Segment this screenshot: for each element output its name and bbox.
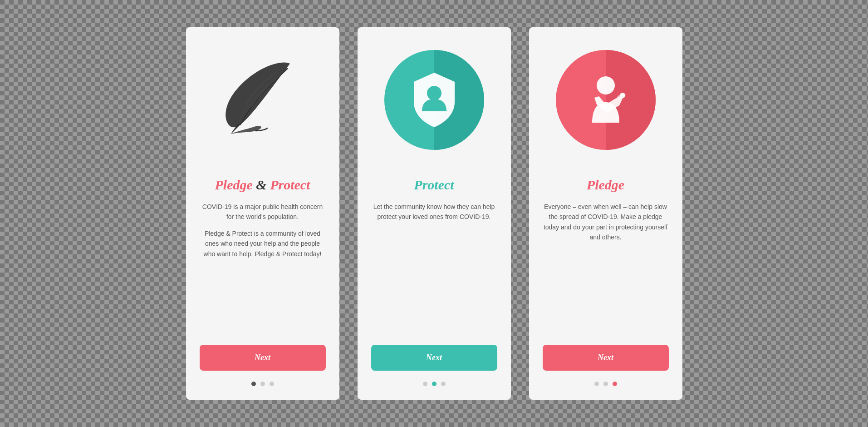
- dot-2-3: [441, 382, 446, 386]
- dot-2-2: [432, 382, 436, 386]
- description-pledge: Everyone – even when well – can help slo…: [543, 202, 669, 243]
- card-image-area-3: [543, 27, 669, 173]
- dot-3-2: [603, 382, 608, 386]
- shield-person-svg: [405, 68, 464, 132]
- pledge-circle-icon: [556, 50, 656, 150]
- description-protect: Let the community know how they can help…: [371, 202, 497, 222]
- next-button-2[interactable]: Next: [371, 345, 497, 371]
- card-intro: Pledge & Protect COVID-19 is a major pub…: [186, 27, 339, 400]
- card-pledge: Pledge Everyone – even when well – can h…: [529, 27, 682, 400]
- dot-1-2: [260, 382, 265, 386]
- card-image-area-2: [371, 27, 497, 173]
- card-main-3: Pledge Everyone – even when well – can h…: [543, 177, 669, 386]
- card-title-1: Pledge & Protect: [215, 177, 310, 193]
- svg-point-1: [597, 76, 615, 94]
- card-main-2: Protect Let the community know how they …: [371, 177, 497, 386]
- feather-icon: [217, 55, 308, 145]
- card-image-area-1: [200, 27, 326, 173]
- description-p1: COVID-19 is a major public health concer…: [200, 202, 326, 222]
- card-description-2: Let the community know how they can help…: [371, 202, 497, 336]
- dots-1: [251, 382, 274, 386]
- dot-1-3: [270, 382, 274, 386]
- dot-1-1: [251, 382, 256, 386]
- svg-point-3: [620, 93, 625, 98]
- card-protect: Protect Let the community know how they …: [358, 27, 511, 400]
- person-pledge-svg: [574, 68, 638, 132]
- svg-point-0: [427, 86, 441, 100]
- dots-3: [594, 382, 617, 386]
- dot-2-1: [423, 382, 427, 386]
- title-protect: Protect: [270, 177, 310, 192]
- protect-circle-icon: [384, 50, 484, 150]
- card-main-1: Pledge & Protect COVID-19 is a major pub…: [200, 177, 326, 386]
- card-title-3: Pledge: [587, 177, 624, 193]
- next-button-3[interactable]: Next: [543, 345, 669, 371]
- dots-2: [423, 382, 446, 386]
- dot-3-3: [613, 382, 617, 386]
- card-title-2: Protect: [414, 177, 454, 193]
- card-description-3: Everyone – even when well – can help slo…: [543, 202, 669, 336]
- title-pledge: Pledge: [215, 177, 253, 192]
- card-description-1: COVID-19 is a major public health concer…: [200, 202, 326, 336]
- next-button-1[interactable]: Next: [200, 345, 326, 371]
- description-p2: Pledge & Protect is a community of loved…: [200, 228, 326, 259]
- dot-3-1: [594, 382, 599, 386]
